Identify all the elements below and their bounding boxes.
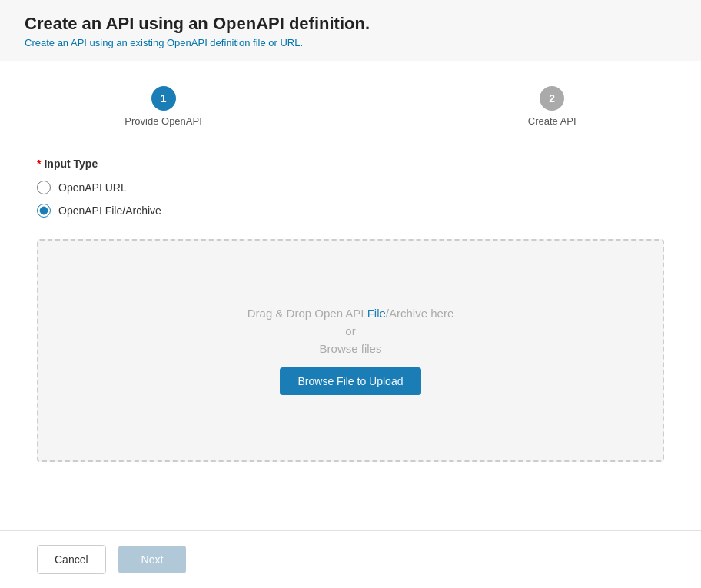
radio-option-file[interactable]: OpenAPI File/Archive xyxy=(37,204,664,218)
drop-text-line3: Browse files xyxy=(320,342,382,355)
page-subtitle: Create an API using an existing OpenAPI … xyxy=(25,37,676,48)
step-1: 1 Provide OpenAPI xyxy=(125,86,201,127)
page-title: Create an API using an OpenAPI definitio… xyxy=(25,14,676,34)
radio-file[interactable] xyxy=(37,204,51,218)
drop-zone[interactable]: Drag & Drop Open API File/Archive here o… xyxy=(37,239,664,462)
step-1-circle: 1 xyxy=(151,86,176,111)
step-1-label: Provide OpenAPI xyxy=(125,115,201,127)
stepper: 1 Provide OpenAPI 2 Create API xyxy=(37,86,664,127)
file-link-text: File xyxy=(367,307,386,320)
step-2-circle: 2 xyxy=(540,86,564,111)
input-type-section: *Input Type OpenAPI URL OpenAPI File/Arc… xyxy=(37,158,664,218)
step-2: 2 Create API xyxy=(528,86,576,127)
radio-group: OpenAPI URL OpenAPI File/Archive xyxy=(37,181,664,218)
next-button[interactable]: Next xyxy=(118,546,187,573)
required-indicator: * xyxy=(37,158,41,170)
input-type-label: *Input Type xyxy=(37,158,664,170)
content-area: 1 Provide OpenAPI 2 Create API *Input Ty… xyxy=(0,61,701,487)
browse-file-button[interactable]: Browse File to Upload xyxy=(280,367,422,395)
cancel-button[interactable]: Cancel xyxy=(37,545,106,574)
footer-actions: Cancel Next xyxy=(0,530,701,588)
page-header: Create an API using an OpenAPI definitio… xyxy=(0,0,701,61)
radio-option-url[interactable]: OpenAPI URL xyxy=(37,181,664,194)
radio-url-label[interactable]: OpenAPI URL xyxy=(58,181,127,194)
drop-text-line1: Drag & Drop Open API File/Archive here xyxy=(248,307,453,320)
radio-file-label[interactable]: OpenAPI File/Archive xyxy=(58,204,161,217)
radio-url[interactable] xyxy=(37,181,51,194)
step-line xyxy=(211,98,519,98)
drop-text-line2: or xyxy=(345,324,355,337)
step-2-label: Create API xyxy=(528,115,576,127)
